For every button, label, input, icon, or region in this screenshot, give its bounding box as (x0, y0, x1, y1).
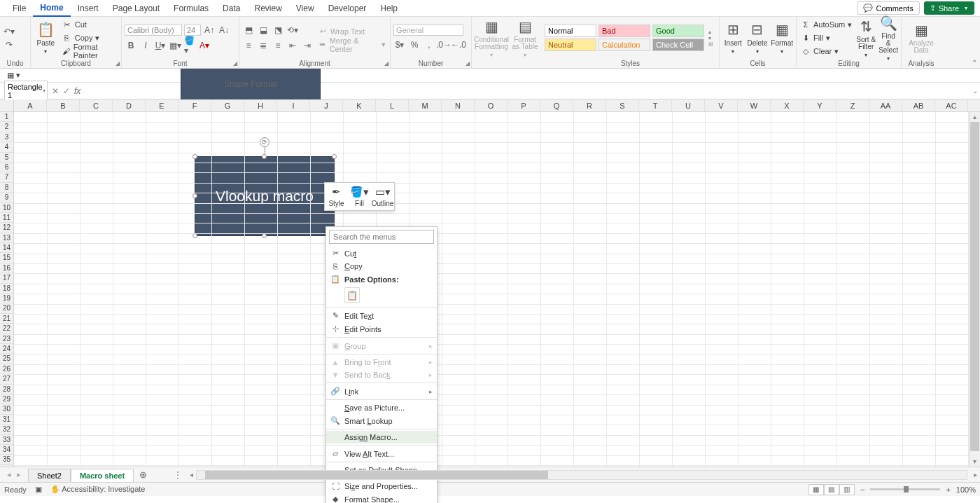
fill-button[interactable]: ⬇Fill ▾ (799, 32, 853, 44)
horizontal-scrollbar[interactable] (196, 470, 967, 480)
conditional-formatting-button[interactable]: ▦Conditional Formatting▾ (475, 18, 508, 57)
scroll-up-button[interactable]: ▴ (969, 112, 980, 122)
tab-nav-next[interactable]: ▸ (17, 470, 21, 479)
column-header-AB[interactable]: AB (902, 99, 935, 111)
column-header-N[interactable]: N (442, 99, 475, 111)
column-header-F[interactable]: F (178, 99, 211, 111)
accessibility-status[interactable]: ✋ Accessibility: Investigate (50, 485, 146, 494)
styles-more[interactable]: ⊟ (708, 41, 713, 48)
column-header-AA[interactable]: AA (869, 99, 902, 111)
row-header-18[interactable]: 18 (0, 284, 13, 294)
column-header-G[interactable]: G (211, 99, 244, 111)
column-header-P[interactable]: P (507, 99, 540, 111)
row-header-34[interactable]: 34 (0, 445, 13, 455)
cancel-formula-button[interactable]: ✕ (52, 86, 59, 96)
comma-button[interactable]: , (423, 39, 435, 51)
rectangle-shape[interactable]: ⟳ Vlookup macro (195, 156, 335, 236)
row-header-27[interactable]: 27 (0, 374, 13, 384)
italic-button[interactable]: I (139, 39, 152, 52)
zoom-level[interactable]: 100% (956, 485, 976, 494)
row-header-21[interactable]: 21 (0, 314, 13, 324)
row-header-31[interactable]: 31 (0, 415, 13, 425)
format-cells-button[interactable]: ▦Format▾ (771, 18, 793, 57)
menu-data[interactable]: Data (216, 1, 247, 16)
menu-developer[interactable]: Developer (321, 1, 374, 16)
row-header-7[interactable]: 7 (0, 172, 13, 182)
ctx-edit-points[interactable]: ⊹Edit Points (326, 322, 437, 336)
row-header-17[interactable]: 17 (0, 273, 13, 283)
analyze-data-button[interactable]: ▦Analyze Data (904, 18, 938, 57)
row-header-10[interactable]: 10 (0, 203, 13, 213)
column-header-X[interactable]: X (771, 99, 804, 111)
sheet-tab-1[interactable]: Macro sheet (71, 469, 134, 482)
macro-record-icon[interactable]: ▣ (35, 485, 42, 494)
share-button[interactable]: ⇪Share▾ (924, 1, 974, 15)
ctx-view-alt-text[interactable]: ▱View Alt Text... (326, 447, 437, 460)
name-box[interactable]: Rectangle 1▾ (4, 81, 48, 102)
view-normal-button[interactable]: ▦ (808, 484, 824, 495)
decrease-decimal-button[interactable]: ←.0 (452, 39, 465, 51)
view-page-break-button[interactable]: ▥ (839, 484, 855, 495)
row-header-15[interactable]: 15 (0, 253, 13, 263)
decrease-font-button[interactable]: A↓ (218, 24, 230, 36)
column-header-E[interactable]: E (146, 99, 178, 111)
clear-button[interactable]: ◇Clear ▾ (799, 45, 853, 57)
percent-button[interactable]: % (408, 39, 421, 51)
delete-cells-button[interactable]: ⊟Delete▾ (747, 18, 769, 57)
merge-center-button[interactable]: ⬌Merge & Center ▾ (316, 39, 387, 51)
hscroll-right-button[interactable]: ▸ (970, 471, 980, 478)
style-neutral[interactable]: Neutral (545, 39, 596, 51)
row-header-24[interactable]: 24 (0, 344, 13, 354)
enter-formula-button[interactable]: ✓ (63, 86, 70, 96)
zoom-out-button[interactable]: − (860, 485, 864, 494)
mini-fill-button[interactable]: 🪣▾Fill (348, 183, 371, 210)
menu-file[interactable]: File (6, 1, 33, 16)
menu-insert[interactable]: Insert (71, 1, 106, 16)
cells-area[interactable]: ⟳ Vlookup macro (14, 112, 980, 467)
zoom-thumb[interactable] (904, 486, 909, 492)
cut-button[interactable]: ✂Cut (61, 18, 118, 31)
column-header-A[interactable]: A (14, 99, 47, 111)
column-header-AC[interactable]: AC (935, 99, 968, 111)
row-header-5[interactable]: 5 (0, 153, 13, 163)
ctx-format-shape[interactable]: ◆Format Shape... (326, 492, 437, 503)
vscroll-thumb[interactable] (970, 122, 979, 451)
row-header-8[interactable]: 8 (0, 183, 13, 193)
column-header-B[interactable]: B (47, 99, 80, 111)
collapse-ribbon-button[interactable]: ⌃ (972, 59, 977, 67)
hscroll-left-button[interactable]: ◂ (186, 471, 196, 478)
increase-decimal-button[interactable]: .0→ (438, 39, 450, 51)
style-check-cell[interactable]: Check Cell (652, 39, 704, 51)
column-header-D[interactable]: D (113, 99, 146, 111)
row-header-28[interactable]: 28 (0, 385, 13, 394)
row-header-12[interactable]: 12 (0, 223, 13, 233)
menu-review[interactable]: Review (247, 1, 288, 16)
ctx-copy[interactable]: ⎘Copy (326, 260, 437, 273)
ctx-assign-macro[interactable]: Assign Macro... (326, 431, 437, 443)
menu-help[interactable]: Help (373, 1, 405, 16)
column-header-M[interactable]: M (409, 99, 442, 111)
column-header-W[interactable]: W (738, 99, 771, 111)
expand-formula-bar-button[interactable]: ⌄ (970, 87, 980, 95)
clipboard-dialog-launcher[interactable]: ◢ (115, 60, 120, 67)
increase-indent-button[interactable]: ⇥ (301, 39, 314, 52)
new-sheet-button[interactable]: ⊕ (134, 467, 153, 482)
row-header-26[interactable]: 26 (0, 364, 13, 374)
row-header-22[interactable]: 22 (0, 324, 13, 333)
menu-view[interactable]: View (289, 1, 321, 16)
scroll-down-button[interactable]: ▾ (969, 457, 980, 467)
font-dialog-launcher[interactable]: ◢ (233, 60, 237, 67)
select-all-corner[interactable] (0, 99, 14, 111)
format-as-table-button[interactable]: ▤Format as Table▾ (511, 18, 539, 57)
row-header-25[interactable]: 25 (0, 354, 13, 364)
row-header-6[interactable]: 6 (0, 163, 13, 172)
style-good[interactable]: Good (652, 25, 704, 37)
resize-handle-tr[interactable] (332, 154, 337, 159)
ctx-edit-text[interactable]: ✎Edit Text (326, 309, 437, 322)
decrease-indent-button[interactable]: ⇤ (286, 39, 299, 52)
style-bad[interactable]: Bad (598, 25, 650, 37)
column-header-O[interactable]: O (475, 99, 507, 111)
currency-button[interactable]: $▾ (393, 39, 406, 51)
column-header-U[interactable]: U (672, 99, 705, 111)
resize-handle-tm[interactable] (262, 154, 267, 159)
